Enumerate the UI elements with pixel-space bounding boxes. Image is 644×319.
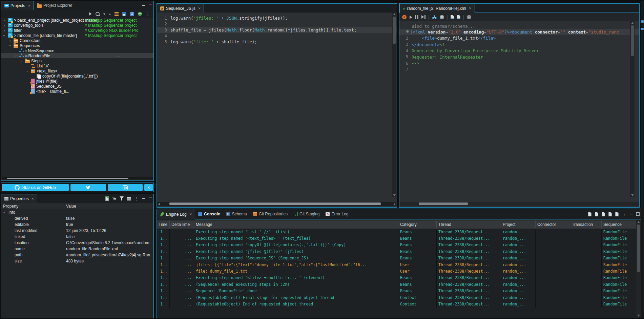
tree-item[interactable]: jfiles @(file) (1, 79, 153, 84)
download-icon[interactable] (467, 15, 471, 19)
sequence-icon[interactable] (432, 15, 437, 19)
tree-item[interactable]: ›convertigo_tools// Mashup Sequencer pro… (1, 23, 153, 28)
close-icon[interactable]: × (28, 3, 30, 8)
tab-random-file-xml[interactable]: ∞ random_file [S: RandomFile].xml × (399, 4, 475, 13)
minimize-icon[interactable] (142, 198, 145, 199)
linkedin-button[interactable]: in (108, 184, 143, 191)
tree-hscrollbar[interactable] (2, 177, 153, 179)
expander-icon[interactable]: › (2, 23, 6, 27)
tab-sequence-js[interactable]: js Sequence_JS.js × (157, 4, 204, 13)
log-row[interactable]: 1.....Executing step named 'List './/'' … (157, 229, 636, 235)
copy-log-icon[interactable] (595, 212, 598, 216)
log-row[interactable]: 1.....Executing step named '<file> =shuf… (157, 275, 636, 281)
collapse-icon[interactable]: ▾ (103, 12, 105, 16)
close-icon[interactable]: × (469, 6, 472, 11)
scroll-down-icon[interactable] (631, 194, 634, 196)
tree-item[interactable]: ›filter// Convertigo NGX builder Pro (1, 28, 153, 33)
scrollbar-thumb[interactable] (7, 178, 128, 179)
web-icon[interactable] (138, 12, 142, 16)
log-column-header[interactable]: Connector (536, 220, 570, 229)
log-row[interactable]: 1.....jfiles: [{"file":{"text":"dummy_fi… (157, 261, 636, 268)
expander-icon[interactable]: › (20, 59, 24, 63)
property-row[interactable]: last modified12 juin 2023, 15:12:26 (1, 228, 153, 234)
expander-icon[interactable]: › (2, 34, 6, 38)
tree-item[interactable]: ›▦RandomFile... (1, 53, 153, 58)
save-icon[interactable] (122, 12, 126, 16)
github-star-button[interactable]: Star us on GitHub (2, 184, 69, 191)
scrollbar-thumb[interactable] (419, 203, 468, 205)
play-icon[interactable] (410, 16, 412, 19)
tree-item[interactable]: ›<text_files> (1, 68, 153, 73)
tree-item[interactable]: ›> back_end_project [back_end_project ma… (1, 18, 153, 23)
step-icon[interactable] (421, 15, 425, 19)
tableset-icon[interactable] (127, 197, 131, 200)
property-row[interactable]: locationC:\Convertigo\Studio 8.2.1\works… (1, 240, 153, 246)
tree-item[interactable]: ›Sequences (1, 43, 153, 48)
property-row[interactable]: size483 bytes (1, 258, 153, 264)
expander-icon[interactable]: › (14, 54, 18, 58)
close-icon[interactable]: × (189, 212, 192, 217)
overflow-menu-icon[interactable]: ⋮ (622, 212, 626, 217)
new-log-icon[interactable] (588, 212, 591, 216)
tree-item[interactable]: ›Steps (1, 58, 153, 63)
stop-icon[interactable] (440, 15, 444, 19)
xml-code-area[interactable]: Bind to grammar/schema... 1<?xml version… (399, 21, 639, 197)
dismiss-social-button[interactable]: × (144, 184, 153, 191)
scrollbar-thumb[interactable] (169, 203, 381, 205)
tree-item[interactable]: ∞NewSequence (1, 48, 153, 53)
columns-icon[interactable] (615, 212, 619, 216)
scroll-up-icon[interactable] (631, 22, 634, 24)
js-code-area[interactable]: 1log.warn('jfiles: ' + JSON.stringify(jf… (157, 13, 397, 197)
overflow-menu-icon[interactable]: ⋮ (134, 196, 139, 201)
minimized-view-icon[interactable] (641, 20, 644, 23)
scroll-down-icon[interactable] (393, 194, 396, 196)
json-doc-icon[interactable]: jso (457, 15, 460, 19)
maximize-icon[interactable] (149, 197, 152, 200)
tab-git-staging[interactable]: ↓Git Staging (291, 209, 323, 219)
log-row[interactable]: 1.....(RequestableObject) End of request… (157, 301, 636, 307)
property-row[interactable]: path/random_file/_private/editor/u74kqv2… (1, 252, 153, 258)
scrollbar-thumb[interactable] (393, 17, 396, 44)
tree-item[interactable]: copyOf @(file[contains(.,'.txt')]) (1, 73, 153, 79)
close-icon[interactable]: × (32, 196, 34, 201)
tab-engine-log[interactable]: Engine Log× (157, 209, 195, 219)
log-row[interactable]: 1.....Executing step named 'Sequence_JS'… (157, 255, 636, 261)
log-row[interactable]: 1.....Executing step named '<text_files>… (157, 235, 636, 241)
scroll-right-icon[interactable] (394, 203, 396, 206)
log-row[interactable]: 1.....(Sequence) ended executing steps i… (157, 281, 636, 288)
maximize-icon[interactable] (149, 4, 152, 7)
xml-editor-hscrollbar[interactable] (400, 202, 639, 206)
tree-item[interactable]: ›> random_file [random_file master]// Ma… (1, 33, 153, 38)
search-log-icon[interactable] (602, 212, 605, 216)
maximize-icon[interactable] (636, 212, 640, 216)
js-editor-vscrollbar[interactable] (392, 13, 396, 197)
js-editor-hscrollbar[interactable] (157, 202, 396, 206)
overflow-menu-icon[interactable]: ⋮ (146, 12, 150, 17)
log-row[interactable]: 1.....Executing step named 'jfiles @(fil… (157, 248, 636, 255)
property-row[interactable]: editabletrue (1, 221, 153, 228)
xml-editor-vscrollbar[interactable] (630, 21, 635, 197)
treeview-icon[interactable] (112, 196, 116, 200)
expander-icon[interactable]: › (2, 28, 6, 33)
scroll-down-icon[interactable] (637, 315, 640, 317)
run-icon[interactable] (89, 12, 92, 16)
tab-console[interactable]: Console (195, 209, 223, 219)
search-icon[interactable] (96, 12, 100, 16)
tab-properties[interactable]: Properties × (1, 194, 37, 203)
property-row[interactable]: linkedfalse (1, 234, 153, 240)
minimize-icon[interactable] (142, 5, 145, 6)
tree-item[interactable]: ›Connectors (1, 38, 153, 43)
log-column-header[interactable]: Sequence (602, 220, 636, 229)
log-row[interactable]: 1.....(RequestableObject) Final stage fo… (157, 294, 636, 301)
tree-item[interactable]: List './/' (1, 63, 153, 68)
property-group-row[interactable]: ›Info (1, 209, 153, 215)
log-column-header[interactable]: Category (398, 220, 437, 229)
pin-icon[interactable] (105, 196, 109, 201)
generate-icon[interactable] (402, 15, 407, 19)
property-row[interactable]: derivedfalse (1, 215, 153, 221)
close-icon[interactable]: × (198, 6, 201, 11)
log-row[interactable]: 1.....Sequence 'RandomFile' doneBeansThr… (157, 288, 636, 294)
expander-icon[interactable]: › (8, 44, 12, 48)
expander-icon[interactable]: › (8, 39, 12, 43)
filter-icon[interactable] (120, 196, 124, 200)
